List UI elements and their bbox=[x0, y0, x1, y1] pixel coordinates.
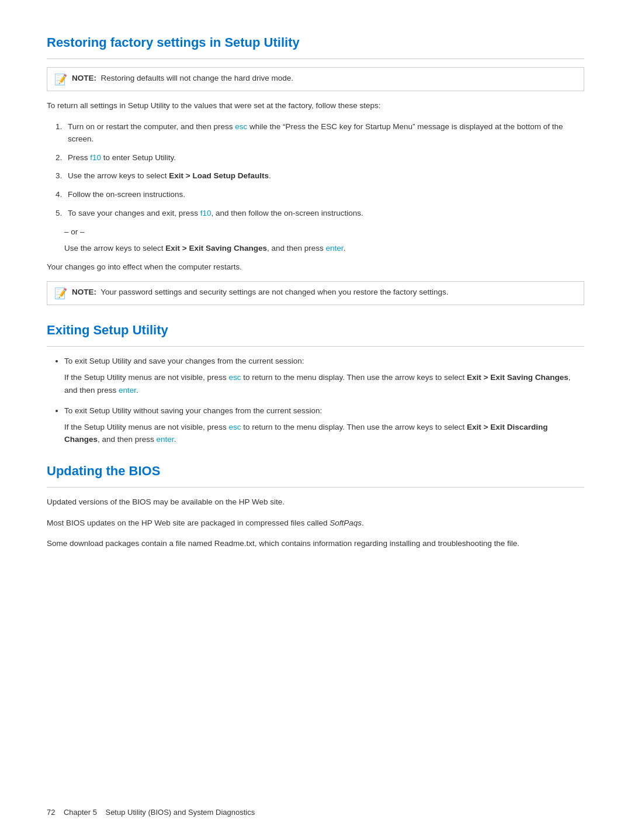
exit-bullet1-sub: If the Setup Utility menus are not visib… bbox=[64, 371, 584, 396]
note-box-2: 📝 NOTE: Your password settings and secur… bbox=[47, 281, 584, 305]
exit-bullets-list: To exit Setup Utility and save your chan… bbox=[64, 355, 584, 446]
exit-b1-esc: esc bbox=[228, 373, 241, 382]
exit-bullet-1: To exit Setup Utility and save your chan… bbox=[64, 355, 584, 396]
step-3: Use the arrow keys to select Exit > Load… bbox=[64, 170, 584, 182]
section3-para2: Most BIOS updates on the HP Web site are… bbox=[47, 517, 584, 530]
exit-bullet-2: To exit Setup Utility without saving you… bbox=[64, 405, 584, 446]
step1-key-esc: esc bbox=[235, 122, 247, 131]
section2-title: Exiting Setup Utility bbox=[47, 323, 584, 338]
steps-list: Turn on or restart the computer, and the… bbox=[64, 120, 584, 220]
section-exiting-setup: Exiting Setup Utility To exit Setup Util… bbox=[47, 323, 584, 446]
section1-intro: To return all settings in Setup Utility … bbox=[47, 99, 584, 112]
exit-bullet1-main: To exit Setup Utility and save your chan… bbox=[64, 357, 304, 365]
note-icon-1: 📝 bbox=[54, 73, 67, 86]
step-2: Press f10 to enter Setup Utility. bbox=[64, 151, 584, 164]
note-icon-2: 📝 bbox=[54, 287, 67, 300]
exit-b1-enter: enter bbox=[119, 386, 136, 395]
step-4: Follow the on-screen instructions. bbox=[64, 188, 584, 201]
exit-bullet2-sub: If the Setup Utility menus are not visib… bbox=[64, 421, 584, 446]
exit-b1-bold: Exit > Exit Saving Changes bbox=[467, 373, 568, 382]
or-line: – or – bbox=[64, 227, 584, 236]
exit-b2-bold: Exit > Exit Discarding Changes bbox=[64, 423, 548, 444]
note-content-2: Your password settings and security sett… bbox=[100, 288, 448, 296]
step3-bold: Exit > Load Setup Defaults bbox=[169, 171, 269, 180]
footer-page-num: 72 bbox=[47, 808, 55, 817]
step2-key-f10: f10 bbox=[90, 153, 101, 162]
section1-title: Restoring factory settings in Setup Util… bbox=[47, 35, 584, 50]
result-text: Your changes go into effect when the com… bbox=[47, 261, 584, 274]
note-text-1: NOTE: Restoring defaults will not change… bbox=[72, 72, 293, 84]
note-box-1: 📝 NOTE: Restoring defaults will not chan… bbox=[47, 67, 584, 91]
footer-chapter-title: Setup Utility (BIOS) and System Diagnost… bbox=[105, 808, 255, 817]
step2-text: Press f10 to enter Setup Utility. bbox=[68, 153, 176, 162]
section3-para1: Updated versions of the BIOS may be avai… bbox=[47, 496, 584, 509]
note-content-1: Restoring defaults will not change the h… bbox=[101, 74, 293, 82]
footer-chapter: Chapter 5 bbox=[64, 808, 97, 817]
step3-text: Use the arrow keys to select Exit > Load… bbox=[68, 171, 271, 180]
step5-text: To save your changes and exit, press f10… bbox=[68, 209, 363, 217]
softpaqs-italic: SoftPaqs bbox=[330, 518, 362, 527]
section3-para3: Some download packages contain a file na… bbox=[47, 537, 584, 550]
note-label-1: NOTE: bbox=[72, 74, 96, 82]
note-text-2: NOTE: Your password settings and securit… bbox=[72, 286, 449, 298]
note-label-2: NOTE: bbox=[72, 288, 96, 296]
step5-key-f10: f10 bbox=[200, 209, 212, 217]
step-5: To save your changes and exit, press f10… bbox=[64, 207, 584, 220]
step1-text: Turn on or restart the computer, and the… bbox=[68, 122, 563, 144]
sub-key-enter: enter bbox=[326, 244, 344, 253]
exit-bullet2-main: To exit Setup Utility without saving you… bbox=[64, 406, 322, 415]
page-footer: 72 Chapter 5 Setup Utility (BIOS) and Sy… bbox=[47, 808, 255, 817]
sub-text: Use the arrow keys to select Exit > Exit… bbox=[64, 242, 584, 255]
step4-text: Follow the on-screen instructions. bbox=[68, 190, 185, 199]
section-restoring-factory-settings: Restoring factory settings in Setup Util… bbox=[47, 35, 584, 305]
exit-b2-esc: esc bbox=[228, 423, 241, 431]
exit-b2-enter: enter bbox=[157, 435, 174, 444]
section3-title: Updating the BIOS bbox=[47, 464, 584, 479]
sub-bold: Exit > Exit Saving Changes bbox=[165, 244, 267, 253]
section-updating-bios: Updating the BIOS Updated versions of th… bbox=[47, 464, 584, 550]
step-1: Turn on or restart the computer, and the… bbox=[64, 120, 584, 146]
